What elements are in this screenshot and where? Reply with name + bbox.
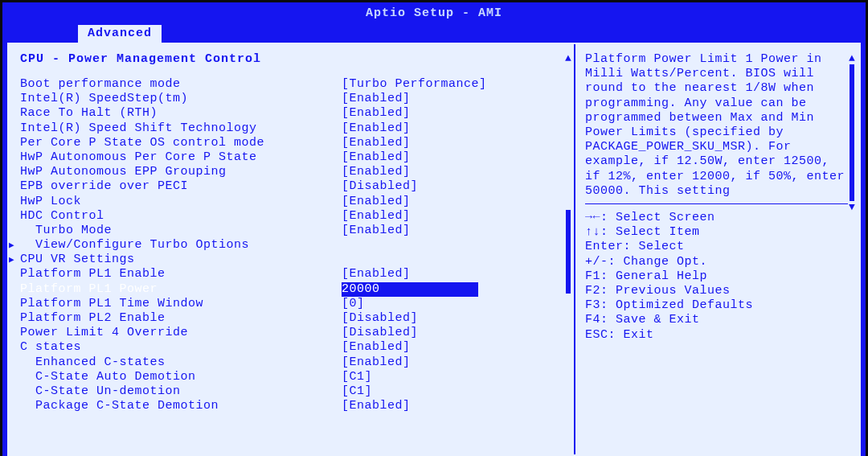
setting-value: [0]	[342, 297, 478, 311]
setting-label: Power Limit 4 Override	[20, 326, 342, 340]
setting-label: HDC Control	[20, 209, 342, 224]
legend-line: +/-: Change Opt.	[585, 255, 848, 269]
setting-value: 20000	[342, 282, 478, 297]
key-legend: →←: Select Screen↑↓: Select ItemEnter: S…	[585, 211, 848, 446]
setting-row[interactable]: Power Limit 4 Override[Disabled]	[20, 326, 569, 340]
setting-label: CPU VR Settings	[20, 253, 342, 267]
submenu-caret-icon: ▶	[9, 253, 14, 267]
setting-value: [Enabled]	[342, 340, 478, 355]
setting-label: Per Core P State OS control mode	[20, 136, 342, 150]
setting-row[interactable]: Turbo Mode[Enabled]	[20, 224, 569, 238]
submenu-caret-icon: ▶	[9, 238, 14, 253]
scroll-thumb[interactable]	[566, 210, 571, 294]
bios-window: Aptio Setup - AMI Advanced CPU - Power M…	[2, 2, 866, 456]
setting-row[interactable]: Intel(R) SpeedStep(tm)[Enabled]	[20, 92, 569, 106]
setting-value: [Enabled]	[342, 267, 478, 281]
setting-value: [Enabled]	[342, 195, 478, 209]
setting-row[interactable]: HwP Autonomous EPP Grouping[Enabled]	[20, 165, 569, 179]
setting-row[interactable]: Package C-State Demotion[Enabled]	[20, 399, 569, 413]
setting-value: [Enabled]	[342, 136, 478, 150]
setting-row[interactable]: Per Core P State OS control mode[Enabled…	[20, 136, 569, 150]
main-frame: CPU - Power Management Control Boot perf…	[7, 43, 861, 456]
tab-advanced[interactable]: Advanced	[78, 25, 162, 43]
help-pane: Platform Power Limit 1 Power in Milli Wa…	[575, 44, 859, 454]
setting-label: C-State Auto Demotion	[20, 370, 342, 384]
help-text: Platform Power Limit 1 Power in Milli Wa…	[585, 52, 848, 199]
scroll-down-icon[interactable]: ▼	[849, 201, 855, 213]
setting-value: [Enabled]	[342, 150, 478, 165]
setting-row[interactable]: EPB override over PECI[Disabled]	[20, 179, 569, 194]
setting-value: [Disabled]	[342, 179, 478, 194]
setting-row[interactable]: Intel(R) Speed Shift Technology[Enabled]	[20, 121, 569, 136]
setting-value: [Enabled]	[342, 165, 478, 179]
legend-line: →←: Select Screen	[585, 211, 848, 225]
legend-line: F1: General Help	[585, 269, 848, 284]
setting-label: Platform PL1 Enable	[20, 267, 342, 281]
setting-label: Intel(R) SpeedStep(tm)	[20, 92, 342, 106]
legend-line: F4: Save & Exit	[585, 313, 848, 327]
setting-value: [Enabled]	[342, 209, 478, 224]
setting-row[interactable]: Boot performance mode[Turbo Performance]	[20, 77, 569, 92]
setting-label: Turbo Mode	[20, 224, 342, 238]
legend-line: ESC: Exit	[585, 328, 848, 343]
setting-label: Intel(R) Speed Shift Technology	[20, 121, 342, 136]
setting-value: [C1]	[342, 370, 478, 384]
scrollbar-left[interactable]: ▲	[564, 52, 572, 446]
title-bar: Aptio Setup - AMI	[2, 2, 866, 25]
setting-row[interactable]: C states[Enabled]	[20, 340, 569, 355]
setting-label: View/Configure Turbo Options	[20, 238, 342, 253]
tab-row: Advanced	[2, 25, 866, 43]
setting-value: [Enabled]	[342, 121, 478, 136]
setting-value: [Disabled]	[342, 326, 478, 340]
legend-line: Enter: Select	[585, 240, 848, 254]
scroll-track[interactable]	[850, 64, 854, 201]
scrollbar-right[interactable]: ▲ ▼	[848, 52, 856, 213]
setting-label: C-State Un-demotion	[20, 384, 342, 399]
setting-row[interactable]: CPU VR Settings▶	[20, 253, 569, 267]
legend-line: ↑↓: Select Item	[585, 225, 848, 240]
setting-value: [C1]	[342, 384, 478, 399]
setting-value: [Enabled]	[342, 224, 478, 238]
setting-label: Platform PL1 Time Window	[20, 297, 342, 311]
legend-line: F3: Optimized Defaults	[585, 298, 848, 313]
setting-label: Boot performance mode	[20, 77, 342, 92]
setting-label: C states	[20, 340, 342, 355]
settings-list: Boot performance mode[Turbo Performance]…	[20, 77, 569, 413]
setting-label: Package C-State Demotion	[20, 399, 342, 413]
scroll-up-icon[interactable]: ▲	[849, 52, 855, 64]
setting-value	[342, 253, 478, 267]
setting-row[interactable]: HDC Control[Enabled]	[20, 209, 569, 224]
setting-row[interactable]: Platform PL2 Enable[Disabled]	[20, 311, 569, 326]
setting-row[interactable]: Race To Halt (RTH)[Enabled]	[20, 106, 569, 121]
setting-row[interactable]: HwP Autonomous Per Core P State[Enabled]	[20, 150, 569, 165]
setting-row[interactable]: C-State Un-demotion[C1]	[20, 384, 569, 399]
separator	[585, 203, 848, 204]
setting-row[interactable]: Platform PL1 Time Window[0]	[20, 297, 569, 311]
setting-label: Race To Halt (RTH)	[20, 106, 342, 121]
setting-value: [Turbo Performance]	[342, 77, 478, 92]
title-text: Aptio Setup - AMI	[366, 6, 502, 20]
setting-row[interactable]: View/Configure Turbo Options▶	[20, 238, 569, 253]
legend-line: F2: Previous Values	[585, 284, 848, 298]
setting-value	[342, 238, 478, 253]
scroll-up-icon[interactable]: ▲	[565, 52, 571, 64]
setting-label: EPB override over PECI	[20, 179, 342, 194]
setting-value: [Enabled]	[342, 355, 478, 370]
setting-label: HwP Autonomous Per Core P State	[20, 150, 342, 165]
scroll-thumb[interactable]	[850, 64, 854, 201]
setting-label: HwP Lock	[20, 195, 342, 209]
setting-value: [Disabled]	[342, 311, 478, 326]
setting-row[interactable]: Platform PL1 Power20000	[20, 282, 569, 297]
setting-label: Platform PL2 Enable	[20, 311, 342, 326]
setting-label: Platform PL1 Power	[20, 282, 342, 297]
scroll-track[interactable]	[566, 64, 571, 446]
setting-row[interactable]: C-State Auto Demotion[C1]	[20, 370, 569, 384]
setting-row[interactable]: Enhanced C-states[Enabled]	[20, 355, 569, 370]
setting-row[interactable]: HwP Lock[Enabled]	[20, 195, 569, 209]
section-title: CPU - Power Management Control	[20, 52, 569, 66]
tab-label: Advanced	[88, 27, 152, 40]
setting-row[interactable]: Platform PL1 Enable[Enabled]	[20, 267, 569, 281]
settings-pane[interactable]: CPU - Power Management Control Boot perf…	[9, 44, 575, 454]
setting-value: [Enabled]	[342, 106, 478, 121]
setting-label: Enhanced C-states	[20, 355, 342, 370]
